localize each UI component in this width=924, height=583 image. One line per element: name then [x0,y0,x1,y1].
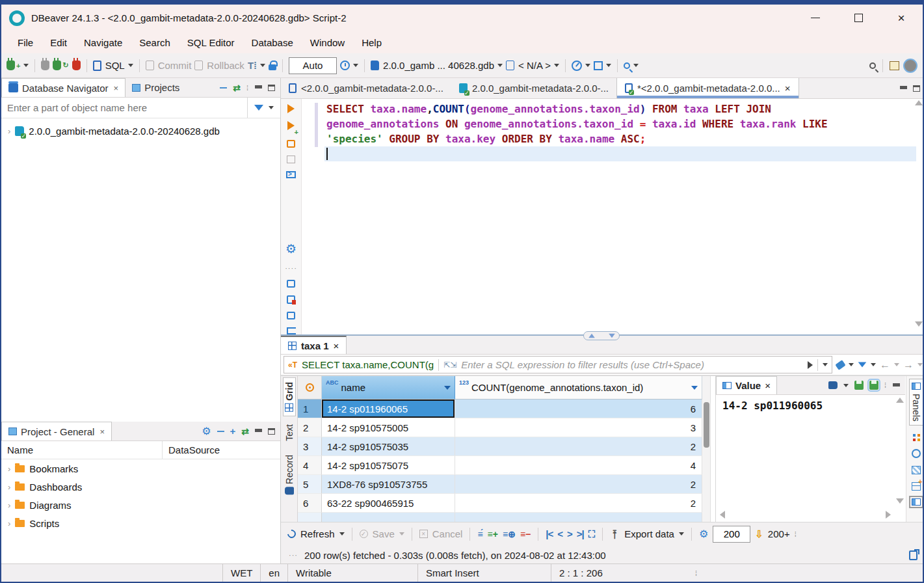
language-indicator[interactable]: en [260,564,287,582]
timezone-indicator[interactable]: WET [222,564,260,582]
compare-dropdown[interactable] [606,64,611,67]
duplicate-row-icon[interactable]: ≡⊕ [503,529,516,539]
cancel-label[interactable]: Cancel [432,528,463,539]
table-row[interactable]: 51XD8-76 sp9105737552 [298,475,702,494]
project-item-dashboards[interactable]: ›Dashboards [1,478,280,496]
value-scrollbar-vertical[interactable] [895,395,905,506]
editor-tab[interactable]: *<2.0.0_gambit-metadata-2.0.0...× [616,78,799,98]
name-cell[interactable]: 14-2 sp011960065 [322,400,455,418]
column-header-name[interactable]: ABC name [322,376,455,400]
status-overflow-icon[interactable]: ⁞ [687,564,706,582]
minimize-view-icon[interactable] [893,383,900,388]
value-format-dropdown[interactable] [843,384,849,387]
metadata-panel-icon[interactable] [912,449,921,458]
back-dropdown[interactable] [894,363,899,366]
disconnect-icon[interactable] [72,61,81,70]
results-tab-taxa[interactable]: taxa 1 × [281,336,347,354]
transaction-log-icon[interactable]: T⁞ [248,60,257,71]
maximize-view-icon[interactable] [268,85,275,91]
datasource-selector[interactable]: 2.0.0_gamb ... 40628.gdb [371,60,494,71]
filter-dropdown[interactable] [269,106,274,109]
execute-statement-icon[interactable] [287,104,295,113]
maximize-button[interactable] [837,5,880,31]
copy-status-icon[interactable] [909,550,917,560]
execute-script-icon[interactable] [287,140,295,148]
fetch-size-input[interactable] [713,526,750,543]
grid-corner-cell[interactable] [298,376,322,400]
grouping-panel-icon[interactable] [912,433,921,441]
filters-icon[interactable] [858,362,867,367]
name-cell[interactable]: 1XD8-76 sp910573755 [322,475,455,494]
back-icon[interactable]: ← [880,359,890,371]
history-dropdown[interactable] [353,64,358,67]
clear-filter-icon[interactable] [835,360,845,370]
insert-mode-indicator[interactable]: Smart Insert [417,564,551,582]
value-viewer-panel-icon[interactable] [912,498,921,506]
view-menu-icon[interactable]: ⁞ [246,84,249,92]
reconnect-button[interactable]: ↻ [53,61,68,70]
expand-caret-icon[interactable]: › [8,519,10,528]
explain-plan-icon[interactable] [287,156,295,163]
next-row-icon[interactable]: > [567,528,572,539]
expand-filter-icon[interactable]: ⇱⇲ [443,360,456,370]
table-row[interactable]: 114-2 sp0119600656 [298,400,702,418]
writable-indicator[interactable]: Writable [287,564,417,582]
close-button[interactable]: × [880,5,923,31]
project-item-scripts[interactable]: ›Scripts [1,514,280,532]
menu-file[interactable]: File [9,34,42,51]
menu-help[interactable]: Help [353,34,390,51]
last-row-icon[interactable]: >| [577,528,584,539]
perspective-icon[interactable] [890,61,899,70]
editor-tab[interactable]: <2.0.0_gambit-metadata-2.0.0-... [281,78,451,98]
commit-button[interactable]: Commit [146,60,192,71]
collapse-all-icon[interactable] [220,87,227,88]
sql-console-icon[interactable] [286,171,296,178]
presentation-tab-text[interactable]: Text [284,420,295,448]
project-item-diagrams[interactable]: ›Diagrams [1,496,280,514]
grid-scrollbar-thumb[interactable] [704,402,709,448]
grid-scrollbar[interactable] [702,376,711,522]
save-dropdown[interactable] [399,532,404,536]
table-row-clipped[interactable] [298,513,702,522]
maximize-view-icon[interactable] [913,85,920,92]
minimize-view-icon[interactable] [900,86,907,90]
presentation-tab-grid[interactable]: Grid [283,377,296,416]
row-number-cell[interactable]: 2 [298,418,322,437]
schema-dropdown[interactable] [554,64,559,67]
add-row-icon[interactable]: ≡+ [488,529,498,539]
project-item-bookmarks[interactable]: ›Bookmarks [1,459,280,478]
row-number-cell[interactable]: 3 [298,437,322,456]
expand-caret-icon[interactable]: › [8,126,10,136]
edit-row-icon[interactable]: ≡́ [477,529,482,539]
editor-settings-gear-icon[interactable]: ⚙ [285,241,297,256]
name-cell[interactable]: 63-22 sp900465915 [322,494,455,513]
refresh-icon[interactable] [285,528,297,539]
minimize-view-icon[interactable] [255,85,262,90]
previous-row-icon[interactable]: < [557,528,562,539]
execute-new-tab-button[interactable]: + [287,121,295,132]
name-cell[interactable]: 14-2 sp910575005 [322,418,455,437]
close-tab-icon[interactable]: × [785,83,791,94]
datasource-dropdown[interactable] [497,64,503,67]
scroll-down-icon[interactable] [915,321,923,327]
name-cell[interactable]: 14-2 sp910575035 [322,437,455,456]
filter-icon[interactable] [254,105,263,111]
value-menu-icon[interactable]: ⁞ [884,381,887,389]
data-search-icon[interactable] [624,62,630,69]
transaction-dropdown[interactable] [260,64,265,67]
count-cell[interactable]: 6 [455,400,702,418]
count-cell[interactable]: 4 [455,456,702,475]
tab-project-general[interactable]: Project - General × [1,422,112,441]
expand-caret-icon[interactable]: › [8,500,10,510]
save-value-icon[interactable] [854,381,864,390]
collapse-down-icon[interactable] [609,334,615,338]
column-header-count[interactable]: 123 COUNT(genome_annotations.taxon_id) [455,376,702,400]
count-cell[interactable]: 2 [455,494,702,513]
forward-dropdown[interactable] [917,363,923,366]
close-tab-icon[interactable]: × [765,380,771,391]
data-search-dropdown[interactable] [633,64,639,67]
menu-database[interactable]: Database [243,34,302,51]
expand-caret-icon[interactable]: › [8,482,10,492]
table-row[interactable]: 214-2 sp9105750053 [298,418,702,437]
editor-scrollbar[interactable] [914,100,924,329]
